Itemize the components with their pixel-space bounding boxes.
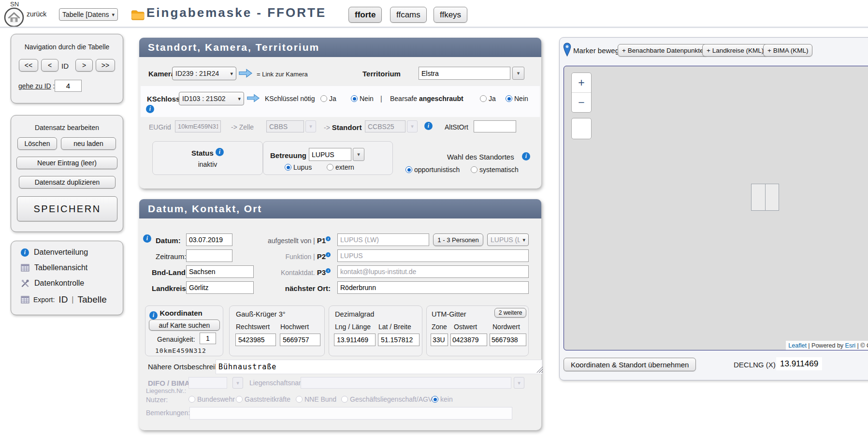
- save-button[interactable]: SPEICHERN: [17, 196, 117, 221]
- p1-select-value: LUPUS (LW: [491, 236, 520, 244]
- kschloss-link-arrow-icon[interactable]: [246, 93, 260, 103]
- link-datenkontrolle-label[interactable]: Datenkontrolle: [34, 279, 84, 288]
- kschloss-info-icon[interactable]: i: [146, 105, 154, 113]
- utm-zone-input[interactable]: [431, 334, 448, 346]
- status-label-row: Status i: [191, 148, 224, 157]
- dezimalgrad-box: Dezimalgrad Lng / Länge Lat / Breite: [329, 305, 422, 356]
- link-tabellenansicht[interactable]: Tabellenansicht: [21, 263, 87, 272]
- utm-nordwert-input[interactable]: [490, 334, 526, 346]
- home-icon[interactable]: [4, 7, 24, 28]
- dez-col2: Lat / Breite: [378, 323, 411, 331]
- bearsafe-ja-radio[interactable]: [480, 95, 487, 102]
- goto-id-link-text[interactable]: gehe zu ID: [18, 82, 51, 90]
- kschluessel-nein-radio[interactable]: [351, 95, 358, 102]
- nutzer-geschaeft-label: Geschäftsliegenschaft/AGV: [350, 395, 433, 403]
- zoom-out-button[interactable]: −: [572, 93, 591, 112]
- liegenschaftsname-dropdown-button: ▾: [514, 377, 524, 389]
- ort-input[interactable]: [337, 281, 529, 294]
- landkreise-kml-button[interactable]: + Landkreise (KML): [702, 44, 768, 57]
- p1-input[interactable]: [337, 233, 429, 246]
- bearsafe-nein-radio[interactable]: [506, 95, 512, 102]
- app-button-ffcams[interactable]: ffcams: [390, 7, 427, 23]
- wahl-info-icon[interactable]: i: [522, 152, 530, 160]
- p1-select[interactable]: LUPUS (LW ▾: [487, 233, 529, 246]
- duplicate-button[interactable]: Datensatz duplizieren: [19, 176, 116, 189]
- nav-next-button[interactable]: >: [75, 59, 93, 72]
- back-link[interactable]: zurück: [27, 10, 46, 18]
- wahl-opportunistisch-radio[interactable]: [405, 166, 412, 173]
- koordinaten-info-icon[interactable]: i: [149, 311, 158, 320]
- map-canvas[interactable]: + − Leaflet | Powered by Esri | © C: [564, 66, 868, 350]
- p2-input[interactable]: [337, 249, 529, 262]
- dez-lng-input[interactable]: [334, 334, 376, 346]
- nutzer-geschaeft-radio: [341, 396, 348, 403]
- link-datenverteilung-label[interactable]: Datenverteilung: [34, 248, 88, 257]
- table-select[interactable]: Tabelle [Datens ▾: [59, 8, 118, 21]
- kamera-select[interactable]: ID239 : 21R24 ▾: [172, 67, 236, 80]
- p3-prefix: Kontaktdat.: [281, 269, 315, 276]
- camera-link-arrow-icon[interactable]: [238, 68, 253, 78]
- goto-id-link[interactable]: gehe zu ID :: [18, 82, 55, 90]
- app-button-ffkeys[interactable]: ffkeys: [434, 7, 467, 23]
- export-table-link[interactable]: Tabelle: [78, 294, 107, 305]
- map-layers-button[interactable]: [571, 118, 592, 139]
- new-entry-button[interactable]: Neuer Eintrag (leer): [16, 157, 117, 169]
- p3-info-icon[interactable]: i: [326, 268, 331, 273]
- leaflet-link[interactable]: Leaflet: [788, 342, 807, 349]
- nav-prev-button[interactable]: <: [41, 59, 58, 72]
- esri-link[interactable]: Esri: [845, 342, 856, 349]
- liegenschaftsname-input: [301, 377, 511, 389]
- kschloss-select[interactable]: ID103 : 21S02 ▾: [179, 92, 244, 105]
- kschluessel-ja-radio[interactable]: [320, 95, 327, 102]
- apply-coordinates-button[interactable]: Koordinaten & Standort übernehmen: [564, 358, 696, 371]
- nav-first-button[interactable]: <<: [19, 59, 38, 72]
- zeitraum-label: Zeitraum:: [156, 252, 186, 261]
- standort-info-icon[interactable]: i: [424, 122, 433, 130]
- dez-lat-input[interactable]: [378, 334, 420, 346]
- betreuung-lupus-radio[interactable]: [285, 164, 291, 171]
- karte-suchen-button[interactable]: auf Karte suchen: [149, 320, 220, 331]
- ortsbeschreibung-input[interactable]: [216, 360, 542, 374]
- eugrid-label: EUGrid: [149, 123, 171, 131]
- gk-col1: Rechtswert: [236, 323, 270, 331]
- territorium-input[interactable]: [419, 67, 510, 80]
- status-info-icon[interactable]: i: [216, 148, 224, 156]
- utm-more-button[interactable]: 2 weitere: [494, 308, 526, 318]
- genauigkeit-input[interactable]: [200, 333, 216, 344]
- gk-hochwert-input[interactable]: [280, 334, 320, 346]
- bearsafe-ja-label: Ja: [489, 95, 496, 102]
- delete-button[interactable]: Löschen: [17, 137, 57, 150]
- betreuung-input[interactable]: [309, 148, 351, 161]
- declng-label: DECLNG (X):: [734, 361, 778, 369]
- zoom-in-button[interactable]: +: [572, 73, 591, 92]
- betreuung-extern-radio[interactable]: [327, 164, 333, 171]
- export-id-link[interactable]: ID: [58, 294, 68, 305]
- p3-input[interactable]: [337, 265, 529, 278]
- goto-id-input[interactable]: [55, 80, 82, 92]
- wahl-opportunistisch-label: opportunistisch: [414, 166, 460, 174]
- app-button-fforte[interactable]: fforte: [348, 7, 382, 23]
- attribution-sep: |: [807, 342, 811, 349]
- utm-ostwert-input[interactable]: [450, 334, 487, 346]
- p2-info-icon[interactable]: i: [326, 252, 331, 257]
- gk-rechtswert-input[interactable]: [235, 334, 276, 346]
- link-datenverteilung[interactable]: i Datenverteilung: [21, 248, 88, 257]
- datenpunkte-button[interactable]: + Benachbarte Datenpunkte: [618, 44, 708, 57]
- betreuung-dropdown-button[interactable]: ▾: [353, 148, 364, 161]
- reload-button[interactable]: neu laden: [61, 137, 116, 150]
- folder-icon: [131, 9, 145, 20]
- bndland-label: Bnd-Land:: [152, 268, 188, 276]
- wahl-systematisch-radio[interactable]: [471, 166, 477, 173]
- altstort-input[interactable]: [474, 120, 516, 132]
- link-datenkontrolle[interactable]: Datenkontrolle: [21, 279, 84, 288]
- nutzer-kein-radio: [432, 396, 438, 403]
- p1-personen-button[interactable]: 1 - 3 Personen: [433, 233, 483, 246]
- link-tabellenansicht-label[interactable]: Tabellenansicht: [34, 263, 87, 272]
- bima-kml-button[interactable]: + BIMA (KML): [763, 44, 812, 57]
- zelle-dropdown-button: ▾: [305, 120, 316, 132]
- kamera-select-value: ID239 : 21R24: [175, 70, 219, 77]
- datum-info-icon[interactable]: i: [143, 234, 151, 243]
- p1-info-icon[interactable]: i: [326, 236, 331, 241]
- nav-last-button[interactable]: >>: [96, 59, 115, 72]
- territorium-dropdown-button[interactable]: ▾: [512, 67, 524, 80]
